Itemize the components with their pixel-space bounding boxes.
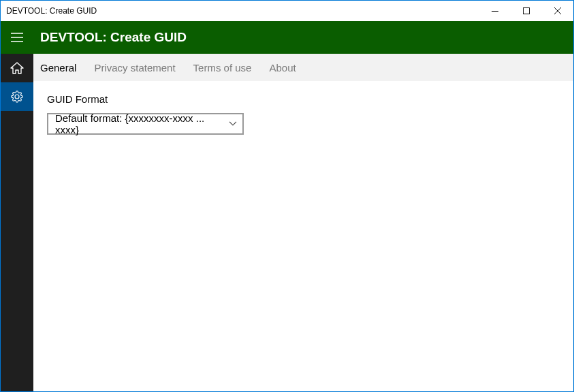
section-label-guid-format: GUID Format — [47, 93, 560, 105]
main-area: DEVTOOL: Create GUID General Privacy sta… — [33, 21, 573, 391]
sidebar-item-home[interactable] — [1, 54, 33, 82]
tab-terms[interactable]: Terms of use — [193, 62, 252, 74]
app-window: DEVTOOL: Create GUID — [0, 0, 574, 392]
sidebar-item-settings[interactable] — [1, 82, 33, 111]
sidebar — [1, 21, 33, 391]
close-button[interactable] — [542, 1, 573, 21]
tab-bar: General Privacy statement Terms of use A… — [33, 54, 573, 81]
minimize-button[interactable] — [479, 1, 511, 21]
tab-privacy[interactable]: Privacy statement — [94, 62, 175, 74]
svg-line-2 — [554, 7, 561, 14]
page-title: DEVTOOL: Create GUID — [40, 30, 187, 45]
window-title: DEVTOOL: Create GUID — [6, 6, 97, 16]
close-icon — [554, 7, 561, 14]
svg-rect-0 — [524, 8, 530, 14]
maximize-button[interactable] — [511, 1, 542, 21]
tab-about[interactable]: About — [269, 62, 296, 74]
maximize-icon — [523, 7, 530, 14]
header-bar: DEVTOOL: Create GUID — [33, 21, 573, 54]
guid-format-dropdown[interactable]: Default format: {xxxxxxxx-xxxx ... xxxx} — [47, 113, 244, 135]
hamburger-icon — [11, 33, 23, 42]
tab-general[interactable]: General — [40, 62, 76, 74]
window-controls — [479, 1, 573, 21]
app-body: DEVTOOL: Create GUID General Privacy sta… — [1, 21, 573, 391]
svg-line-1 — [554, 7, 561, 14]
gear-icon — [11, 91, 23, 103]
chevron-down-icon — [229, 121, 237, 127]
minimize-icon — [492, 11, 498, 12]
home-icon — [10, 62, 24, 74]
hamburger-button[interactable] — [1, 21, 33, 54]
dropdown-value: Default format: {xxxxxxxx-xxxx ... xxxx} — [55, 112, 229, 135]
titlebar: DEVTOOL: Create GUID — [1, 1, 573, 21]
content-area: GUID Format Default format: {xxxxxxxx-xx… — [33, 81, 573, 391]
